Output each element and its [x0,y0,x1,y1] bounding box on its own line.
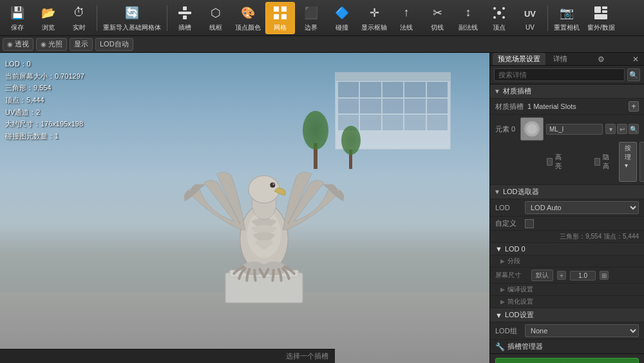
main-area: LOD：0 当前屏幕大小：0.701297 三角形：9,554 顶点：5,444… [0,53,644,363]
toolbar-pivot-btn[interactable]: ✛ 显示枢轴 [358,2,390,34]
mat-action-btn[interactable]: 按理▾ [619,142,637,182]
svg-rect-11 [594,14,607,19]
lod-group-select[interactable]: None SmallProp LargeProp Vehicle [525,324,639,337]
toolbar-vertex2-btn[interactable]: 顶点 [484,2,514,34]
toolbar-realtime-label: 实时 [73,23,86,32]
mat-slot-name-btn[interactable]: 插槽命名 [639,142,644,182]
toolbar-browse-btn[interactable]: 📂 浏览 [33,2,63,34]
normals-icon: ↑ [397,4,415,22]
sub-section-compile[interactable]: ▶ 编译设置 [490,284,644,296]
toolbar-cut-label: 切线 [431,23,444,32]
lod-select[interactable]: LOD Auto LOD 0 LOD 1 LOD 2 [525,201,639,214]
mat-shadow-label: 隐高 [603,153,611,171]
toolbar-insert-label: 插槽 [178,23,191,32]
view-toolbar: ◉ 透视 ◉ 光照 显示 LOD自动 [0,36,644,53]
svg-rect-10 [602,10,607,13]
toolbar-realtime-btn[interactable]: ⏱ 实时 [64,2,94,34]
material-section-header[interactable]: ▼ 材质插槽 [490,84,644,99]
panel-close-btn[interactable]: ✕ [630,54,641,65]
display-btn[interactable]: 显示 [70,38,93,51]
material-section-title: 材质插槽 [503,86,531,96]
uv-icon: UV [521,5,539,23]
svg-point-18 [270,182,275,188]
mat-shadow-checkbox[interactable] [594,158,600,166]
add-small-btn[interactable]: + [557,271,566,280]
lighting-btn[interactable]: ◉ 光照 [36,38,67,51]
lod-selector-title: LOD选取器 [503,187,539,197]
lod-selector-arrow: ▼ [494,188,500,195]
pivot-icon: ✛ [365,4,383,22]
svg-rect-0 [178,12,191,14]
screen-size-row: 屏幕尺寸 默认 + ⊞ [490,268,644,284]
tab-preview-scene[interactable]: 预览场景设置 [493,53,545,65]
toolbar-subnormals-btn[interactable]: ↕ 副法线 [453,2,483,34]
screen-size-input[interactable] [570,271,596,280]
lod-settings-header[interactable]: ▼ LOD设置 [490,308,644,322]
mat-name-display: ML_I [546,124,603,135]
recamera-icon: 📷 [558,4,576,22]
mat-highlight-checkbox[interactable] [547,158,553,166]
lod0-title: LOD 0 [505,245,526,253]
toolbar-normals-btn[interactable]: ↑ 法线 [392,2,421,34]
toolbar-browse-label: 浏览 [42,23,55,32]
toolbar-subnormals-label: 副法线 [459,23,478,32]
search-input[interactable] [494,68,625,81]
sub-section-segment[interactable]: ▶ 分段 [490,255,644,268]
create-slot-btn[interactable]: 创建插槽 [495,358,639,363]
toolbar-reimport-btn[interactable]: 🔄 重新导入基础网格体 [100,2,164,34]
toolbar-recamera-btn[interactable]: 📷 重置相机 [551,2,583,34]
mat-dropdown-btn[interactable]: ▾ [605,124,616,134]
perspective-btn[interactable]: ◉ 透视 [3,38,33,51]
display-label: 显示 [74,39,88,49]
toolbar-uv-label: UV [526,24,535,31]
save-icon: 💾 [8,4,26,22]
toolbar-uv-btn[interactable]: UV UV [515,2,545,34]
toolbar-collision-label: 碰撞 [336,23,348,32]
toolbar-collision-btn[interactable]: 🔷 碰撞 [327,2,357,34]
lod-selector-header[interactable]: ▼ LOD选取器 [490,185,644,199]
toolbar-wireframe-btn[interactable]: ⬡ 线框 [201,2,231,34]
default-btn[interactable]: 默认 [531,270,553,281]
info-triangles: 三角形：9,554 [5,82,84,94]
eagle-statue [167,105,361,311]
mat-slot-count: 1 Material Slots [527,103,576,110]
toolbar-wireframe-label: 线框 [209,23,222,32]
tab-details[interactable]: 详情 [548,53,573,65]
mat-find-btn[interactable]: 🔍 [629,124,639,134]
panel-settings-btn[interactable]: ⚙ [595,54,607,65]
lod-auto-btn[interactable]: LOD自动 [95,38,133,51]
toolbar-insert-btn[interactable]: 插槽 [170,2,200,34]
viewport[interactable]: LOD：0 当前屏幕大小：0.701297 三角形：9,554 顶点：5,444… [0,53,489,363]
mat-reset-btn[interactable]: ↩ [617,124,627,134]
toolbar-normals-label: 法线 [400,23,413,32]
mat-highlight-row: 高亮 [547,153,564,171]
toolbar-outside-btn[interactable]: 窗外/数据 [584,2,618,34]
svg-point-6 [493,16,496,19]
toolbar-save-btn[interactable]: 💾 保存 [3,2,32,34]
material-slots-row: 材质插槽 1 Material Slots + [490,99,644,115]
viewport-info-overlay: LOD：0 当前屏幕大小：0.701297 三角形：9,554 顶点：5,444… [5,58,84,142]
toolbar-reimport-label: 重新导入基础网格体 [103,23,161,32]
add-material-slot-btn[interactable]: + [629,101,639,112]
plugin-icon: 🔧 [495,342,505,351]
custom-checkbox[interactable] [525,219,534,228]
svg-rect-9 [602,6,607,9]
border-icon: ⬛ [302,4,320,22]
lod0-header[interactable]: ▼ LOD 0 [490,243,644,255]
toolbar-vertex-btn[interactable]: 🎨 顶点颜色 [232,2,264,34]
toolbar-mesh-btn[interactable]: 网格 [265,2,295,34]
search-bar: 🔍 [490,66,644,84]
search-button[interactable]: 🔍 [627,68,640,81]
lighting-check: ◉ [41,41,46,48]
status-text: 选择一个插槽 [286,351,328,361]
increment-btn[interactable]: ⊞ [600,271,609,280]
mesh-icon [271,4,289,22]
building-roof [336,73,450,81]
lod-settings-arrow: ▼ [495,311,502,319]
toolbar-border-btn[interactable]: ⬛ 边界 [296,2,326,34]
svg-point-5 [502,7,505,10]
sub-section-simplify[interactable]: ▶ 简化设置 [490,296,644,308]
compile-label: 编译设置 [507,285,533,294]
plugin-header[interactable]: 🔧 插槽管理器 [490,340,644,354]
toolbar-cut-btn[interactable]: ✂ 切线 [422,2,452,34]
